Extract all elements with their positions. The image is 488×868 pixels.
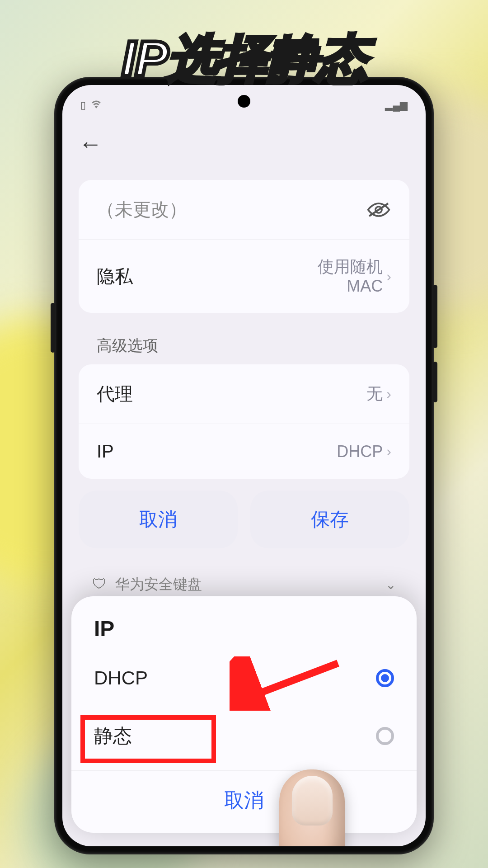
volume-up-button (433, 285, 437, 348)
phone-screen: ▯ ▂▄▆ ← （未更改） 隐私 (62, 85, 426, 846)
option-dhcp-label: DHCP (94, 667, 148, 689)
video-caption: IP选择静态 (122, 25, 366, 93)
caption-part1: IP选择 (122, 30, 267, 87)
caption-part2: 静态 (267, 30, 366, 87)
volume-down-button (433, 362, 437, 402)
camera-notch (238, 95, 250, 108)
sheet-option-dhcp[interactable]: DHCP (71, 650, 417, 706)
radio-checked-icon (376, 669, 394, 687)
sheet-title: IP (71, 601, 417, 650)
radio-unchecked-icon (376, 727, 394, 745)
sheet-cancel-button[interactable]: 取消 (71, 770, 417, 829)
sheet-option-static[interactable]: 静态 (71, 706, 417, 766)
option-static-label: 静态 (94, 723, 132, 749)
phone-frame: ▯ ▂▄▆ ← （未更改） 隐私 (54, 77, 434, 854)
power-button (51, 303, 55, 353)
ip-select-sheet: IP DHCP 静态 取消 (71, 596, 417, 833)
